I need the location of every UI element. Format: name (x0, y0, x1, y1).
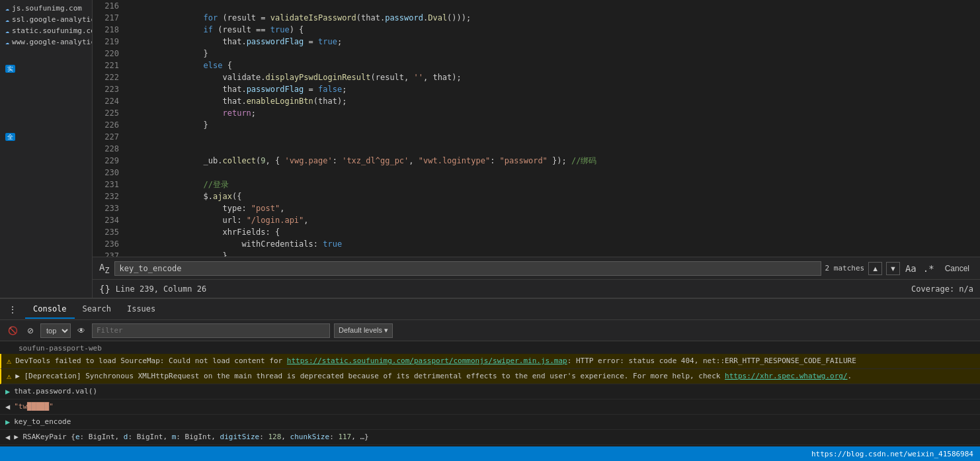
curly-brace-icon: {} (99, 284, 110, 294)
arrow-right-icon-2: ▶ (5, 416, 10, 428)
ln-237: 237 (93, 250, 119, 257)
ln-227: 227 (93, 131, 119, 143)
ln-236: 236 (93, 238, 119, 250)
sidebar-label-4: www.google-analytics.c (12, 38, 92, 46)
warning-icon-1: ⚠ (7, 355, 11, 367)
code-area: 216 217 218 219 220 221 222 223 224 225 … (93, 0, 980, 298)
console-row-4: ◀ "tw█████" (0, 399, 980, 415)
console-row-3: ▶ that.password.val() (0, 384, 980, 399)
url-display: https://blog.csdn.net/weixin_41586984 (811, 450, 973, 458)
code-line-216: for (result = validateIsPassword(that.pa… (127, 0, 980, 12)
tab-console[interactable]: Console (25, 300, 75, 319)
code-line-221: validate.displayPswdLoginResult(result, … (127, 60, 980, 71)
ln-225: 225 (93, 107, 119, 119)
stop-button[interactable]: ⊘ (24, 325, 36, 337)
cloud-icon-2: ☁ (5, 16, 9, 23)
console-toolbar: 🚫 ⊘ top 👁 Default levels ▾ (0, 320, 980, 341)
line-numbers: 216 217 218 219 220 221 222 223 224 225 … (93, 0, 124, 257)
filter-input[interactable] (92, 323, 330, 338)
console-text-1: DevTools failed to load SourceMap: Could… (15, 355, 975, 367)
sidebar-item-2[interactable]: ☁ ssl.google-analytics.com (0, 14, 92, 25)
default-levels-button[interactable]: Default levels ▾ (334, 323, 393, 338)
line-column-info: Line 239, Column 26 (116, 284, 206, 294)
context-selector[interactable]: top (40, 323, 71, 338)
devtools-panel: ⋮ Console Search Issues 🚫 ⊘ top 👁 Defaul… (0, 298, 980, 446)
console-text-3: that.password.val() (14, 386, 975, 398)
code-line-227 (127, 131, 980, 143)
console-text-4: "tw█████" (14, 401, 975, 413)
find-bar: AZ 2 matches ▲ ▼ Aa .* Cancel (93, 257, 980, 279)
console-source-label: soufun-passport-web (0, 343, 980, 354)
ln-218: 218 (93, 24, 119, 36)
cloud-icon-3: ☁ (5, 27, 9, 34)
ln-216: 216 (93, 0, 119, 12)
console-output: soufun-passport-web ⚠ DevTools failed to… (0, 341, 980, 446)
cloud-icon-4: ☁ (5, 38, 9, 46)
sidebar-label-3: static.soufunimg.com (12, 26, 92, 35)
devtools-tabs: ⋮ Console Search Issues (0, 299, 980, 320)
ln-219: 219 (93, 36, 119, 48)
cancel-button[interactable]: Cancel (940, 263, 975, 274)
sidebar-item-1[interactable]: ☁ js.soufunimg.com (0, 3, 92, 14)
match-count: 2 matches (825, 264, 865, 272)
console-row-6: ◀ ▶ RSAKeyPair {e: BigInt, d: BigInt, m:… (0, 430, 980, 445)
warning-icon-2: ⚠ (7, 370, 11, 382)
code-line-231: $.ajax({ (127, 179, 980, 190)
arrow-left-icon-1: ◀ (5, 401, 10, 413)
console-warning-2: ⚠ ▶ [Deprecation] Synchronous XMLHttpReq… (0, 369, 980, 384)
devtools-menu-icon[interactable]: ⋮ (5, 302, 20, 317)
console-row-5: ▶ key_to_encode (0, 415, 980, 430)
eye-icon-button[interactable]: 👁 (75, 325, 88, 337)
code-lines-container: 216 217 218 219 220 221 222 223 224 225 … (93, 0, 980, 257)
sidebar-tag-2: 全 (5, 133, 15, 141)
status-bar: {} Line 239, Column 26 Coverage: n/a (93, 279, 980, 298)
prev-match-button[interactable]: ▲ (868, 262, 882, 275)
code-editor: ☁ js.soufunimg.com ☁ ssl.google-analytic… (0, 0, 980, 298)
ln-223: 223 (93, 83, 119, 95)
ln-232: 232 (93, 190, 119, 202)
search-input[interactable] (114, 261, 821, 276)
sidebar-item-3[interactable]: ☁ static.soufunimg.com (0, 25, 92, 36)
sidebar: ☁ js.soufunimg.com ☁ ssl.google-analytic… (0, 0, 93, 298)
console-warning-1: ⚠ DevTools failed to load SourceMap: Cou… (0, 354, 980, 369)
ln-224: 224 (93, 95, 119, 107)
clear-console-button[interactable]: 🚫 (5, 325, 20, 337)
code-line-230: //登录 (127, 167, 980, 179)
sidebar-label-1: js.soufunimg.com (12, 4, 82, 13)
arrow-left-icon-2: ◀ (5, 431, 10, 443)
tab-issues[interactable]: Issues (119, 300, 163, 319)
ln-221: 221 (93, 60, 119, 71)
sidebar-item-4[interactable]: ☁ www.google-analytics.c (0, 36, 92, 48)
whole-word-icon[interactable]: .* (922, 262, 936, 275)
ln-234: 234 (93, 214, 119, 226)
case-sensitive-icon[interactable]: Aa (904, 262, 918, 275)
code-line-237: data: { (127, 250, 980, 257)
main-container: ☁ js.soufunimg.com ☁ ssl.google-analytic… (0, 0, 980, 461)
ln-231: 231 (93, 179, 119, 190)
ln-228: 228 (93, 143, 119, 155)
ln-230: 230 (93, 167, 119, 179)
coverage-info: Coverage: n/a (911, 284, 973, 294)
ln-217: 217 (93, 12, 119, 24)
ln-220: 220 (93, 48, 119, 60)
next-match-button[interactable]: ▼ (886, 262, 900, 275)
ln-226: 226 (93, 119, 119, 131)
code-line-232: type: "post", (127, 190, 980, 202)
tab-search[interactable]: Search (75, 300, 119, 319)
ln-235: 235 (93, 226, 119, 238)
bottom-status-bar: https://blog.csdn.net/weixin_41586984 (0, 446, 980, 461)
code-line-220: else { (127, 48, 980, 60)
arrow-right-icon-1: ▶ (5, 386, 10, 398)
console-text-5: key_to_encode (14, 416, 975, 428)
console-text-6: ▶ RSAKeyPair {e: BigInt, d: BigInt, m: B… (14, 431, 975, 443)
console-text-2: ▶ [Deprecation] Synchronous XMLHttpReque… (15, 370, 975, 382)
sidebar-label-2: ssl.google-analytics.com (12, 15, 92, 24)
code-content[interactable]: for (result = validateIsPassword(that.pa… (124, 0, 980, 257)
ln-222: 222 (93, 71, 119, 83)
regex-icon[interactable]: AZ (98, 261, 110, 276)
code-line-228: _ub.collect(9, { 'vwg.page': 'txz_dl^gg_… (127, 143, 980, 155)
sidebar-tag-1: 实 (5, 65, 15, 73)
code-line-226 (127, 119, 980, 131)
cloud-icon-1: ☁ (5, 5, 9, 12)
ln-229: 229 (93, 155, 119, 167)
